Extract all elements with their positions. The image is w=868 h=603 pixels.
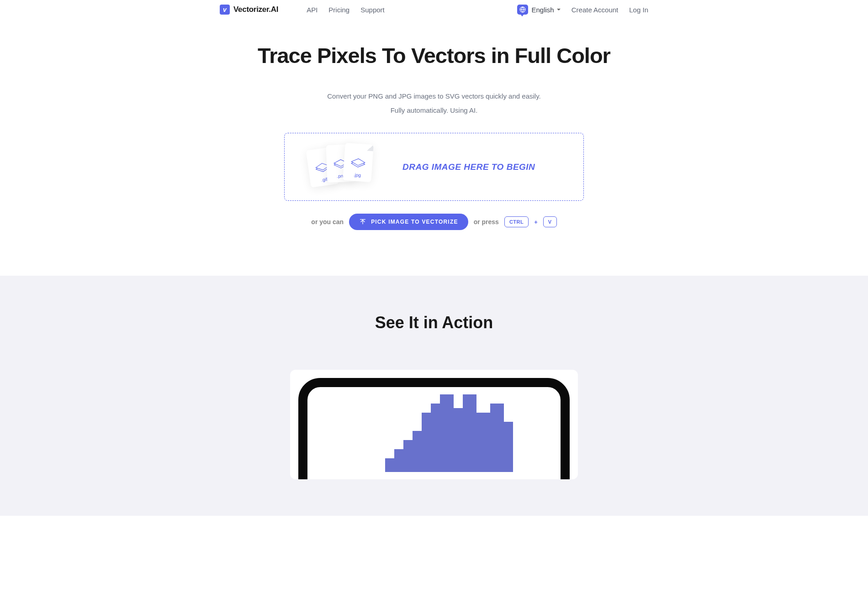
demo-inner — [298, 378, 570, 479]
file-ext-gif: .gif — [321, 176, 328, 182]
dropzone-text: DRAG IMAGE HERE TO BEGIN — [402, 162, 535, 172]
file-ext-jpg: .jpg — [354, 172, 361, 178]
demo-pixelated-shape — [354, 390, 514, 472]
action-row: or you can PICK IMAGE TO VECTORIZE or pr… — [284, 214, 584, 230]
hero-title: Trace Pixels To Vectors in Full Color — [0, 43, 868, 68]
section-2-title: See It in Action — [0, 313, 868, 332]
kbd-v: V — [543, 216, 557, 227]
dropzone[interactable]: .gif .png .jpg DRAG IMAGE HERE TO BEGIN — [284, 133, 584, 201]
svg-marker-2 — [385, 394, 513, 472]
isometric-icon — [349, 156, 367, 168]
login-link[interactable]: Log In — [629, 6, 648, 14]
file-card-jpg: .jpg — [343, 142, 374, 182]
pick-image-button[interactable]: PICK IMAGE TO VECTORIZE — [349, 214, 468, 230]
helper-or-press: or press — [474, 218, 499, 225]
hero-subtitle-line2: Fully automatically. Using AI. — [0, 104, 868, 116]
header-right: English Create Account Log In — [517, 5, 648, 15]
globe-icon — [517, 5, 528, 15]
language-label: English — [532, 6, 554, 14]
nav-support[interactable]: Support — [360, 6, 385, 14]
nav-pricing[interactable]: Pricing — [328, 6, 349, 14]
pick-button-label: PICK IMAGE TO VECTORIZE — [371, 219, 458, 225]
create-account-link[interactable]: Create Account — [572, 6, 619, 14]
header: v Vectorizer.AI API Pricing Support Engl… — [133, 0, 735, 19]
hero-subtitle: Convert your PNG and JPG images to SVG v… — [0, 90, 868, 116]
see-it-in-action-section: See It in Action — [0, 276, 868, 516]
file-stack-illustration: .gif .png .jpg — [307, 142, 381, 192]
demo-box — [290, 370, 578, 479]
upload-icon — [359, 218, 366, 225]
nav-api[interactable]: API — [307, 6, 318, 14]
hero-section: Trace Pixels To Vectors in Full Color Co… — [0, 19, 868, 230]
helper-or-you-can: or you can — [311, 218, 344, 225]
nav-links: API Pricing Support — [307, 6, 385, 14]
chevron-down-icon — [557, 9, 561, 10]
logo[interactable]: v Vectorizer.AI — [220, 5, 278, 15]
language-selector[interactable]: English — [517, 5, 561, 15]
hero-subtitle-line1: Convert your PNG and JPG images to SVG v… — [0, 90, 868, 102]
kbd-ctrl: CTRL — [504, 216, 529, 227]
kbd-plus: + — [534, 219, 538, 225]
logo-icon: v — [220, 5, 230, 15]
logo-text: Vectorizer.AI — [233, 5, 278, 14]
